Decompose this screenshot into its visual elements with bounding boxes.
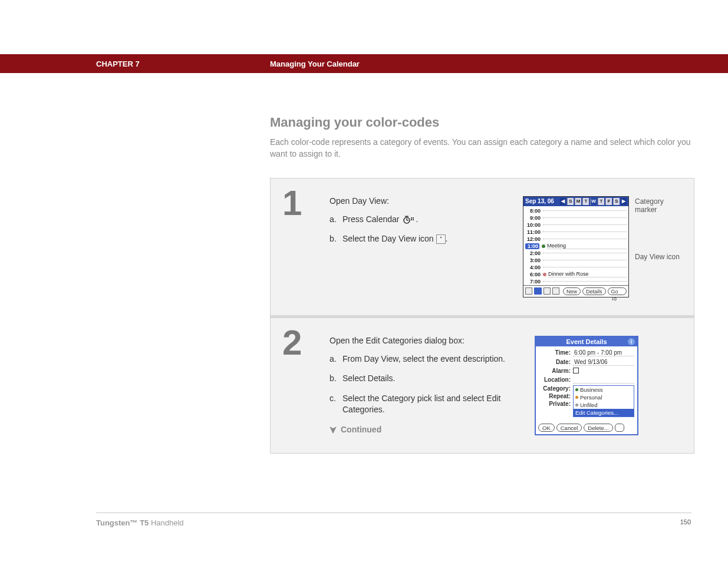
chapter-label: CHAPTER 7 <box>96 59 140 68</box>
step-number: 2 <box>282 327 318 359</box>
svg-rect-6 <box>411 219 412 220</box>
category-marker-icon <box>543 273 546 276</box>
alarm-checkbox <box>573 368 579 373</box>
svg-rect-5 <box>413 217 414 219</box>
continued-row: ➤ Continued <box>330 424 512 435</box>
step-1-item-b: b. Select the Day View icon . <box>330 233 512 245</box>
cancel-button: Cancel <box>556 424 582 432</box>
day-cell-t2: T <box>598 198 604 205</box>
day-view-toolbar: New Details Go To <box>523 285 628 297</box>
step-number-cell: 2 <box>271 318 330 453</box>
delete-button: Delete... <box>584 424 612 432</box>
day-cell-s2: S <box>613 198 620 205</box>
day-cell-s: S <box>567 198 574 205</box>
step-1-text: Open Day View: a. Press Calendar <box>330 196 512 297</box>
event-details-titlebar: Event Details i <box>536 337 637 346</box>
pick-option-edit-categories: Edit Categories... <box>574 409 634 416</box>
step-2-text: Open the Edit Categories dialog box: a.F… <box>330 336 512 435</box>
step-1-item-a: a. Press Calendar <box>330 214 512 226</box>
section-title: Managing your color-codes <box>270 115 694 130</box>
day-cell-t: T <box>582 198 589 205</box>
step-2-item-c: c.Select the Category pick list and sele… <box>330 393 512 416</box>
svg-rect-4 <box>411 217 412 219</box>
event-details-screenshot-column: Event Details i Time:6:00 pm - 7:00 pm D… <box>523 336 682 435</box>
continued-label: Continued <box>341 425 381 434</box>
svg-rect-3 <box>405 216 409 217</box>
step-2-intro: Open the Edit Categories dialog box: <box>330 336 512 345</box>
day-view-icon <box>436 234 446 244</box>
footer-page-number: 150 <box>680 518 691 525</box>
footer-product: Tungsten™ T5 Handheld <box>96 518 184 527</box>
day-view-titlebar: Sep 13, 06 ◀ S M T W T F S ▶ <box>523 197 628 206</box>
note-button-icon <box>615 424 624 432</box>
chapter-header: CHAPTER 7 Managing Your Calendar <box>0 54 728 73</box>
steps-container: 1 Open Day View: a. Press Calendar <box>270 178 694 454</box>
agenda-view-icon <box>525 287 532 295</box>
header-title: Managing Your Calendar <box>270 59 360 68</box>
month-view-icon <box>552 287 559 295</box>
footer-rule <box>96 513 691 513</box>
step-2-item-a: a.From Day View, select the event descri… <box>330 353 512 365</box>
step-2-item-b: b.Select Details. <box>330 373 512 385</box>
ok-button: OK <box>538 424 555 432</box>
step-2: 2 Open the Edit Categories dialog box: a… <box>271 315 694 453</box>
day-cell-w: W <box>590 198 597 205</box>
callout-dayview-icon: Day View icon <box>635 253 680 261</box>
details-button: Details <box>582 287 606 295</box>
day-view-screen: Sep 13, 06 ◀ S M T W T F S ▶ <box>523 196 629 297</box>
info-icon: i <box>628 338 635 345</box>
pick-option-personal: Personal <box>574 394 634 401</box>
time-value: 6:00 pm - 7:00 pm <box>573 349 634 356</box>
event-meeting: Meeting <box>547 243 627 249</box>
step-1: 1 Open Day View: a. Press Calendar <box>271 178 694 315</box>
main-content: Managing your color-codes Each color-cod… <box>270 115 694 454</box>
day-view-date: Sep 13, 06 <box>525 198 554 204</box>
day-cell-f: F <box>605 198 612 205</box>
prev-arrow-icon: ◀ <box>560 198 566 205</box>
location-value <box>573 376 634 384</box>
goto-button: Go To <box>608 287 627 295</box>
event-dinner: Dinner with Rose <box>548 271 627 277</box>
section-description: Each color-code represents a category of… <box>270 136 694 160</box>
day-cell-m: M <box>575 198 581 205</box>
day-view-rows: 8:00 9:00 10:00 11:00 12:00 1:00Meeting … <box>523 206 628 285</box>
pick-option-business: Business <box>574 386 634 394</box>
event-details-dialog: Event Details i Time:6:00 pm - 7:00 pm D… <box>535 336 638 435</box>
next-arrow-icon: ▶ <box>621 198 627 205</box>
step-number: 1 <box>282 187 318 219</box>
step-1-intro: Open Day View: <box>330 196 512 206</box>
svg-rect-7 <box>413 219 414 220</box>
calendar-icon <box>403 216 414 224</box>
category-picklist: Business Personal Unfiled Edit Categorie… <box>573 385 634 417</box>
day-view-toolbar-icon <box>534 287 541 295</box>
step-number-cell: 1 <box>271 178 330 315</box>
dayview-screenshot-column: Sep 13, 06 ◀ S M T W T F S ▶ <box>523 196 682 297</box>
new-button: New <box>563 287 581 295</box>
week-view-icon <box>543 287 551 295</box>
event-details-buttons: OK Cancel Delete... <box>536 421 637 434</box>
callout-category-marker: Category marker <box>635 197 682 214</box>
date-value: Wed 9/13/06 <box>573 358 634 366</box>
category-marker-icon <box>542 244 545 248</box>
pick-option-unfiled: Unfiled <box>574 401 634 409</box>
continued-arrow-icon: ➤ <box>328 426 339 434</box>
